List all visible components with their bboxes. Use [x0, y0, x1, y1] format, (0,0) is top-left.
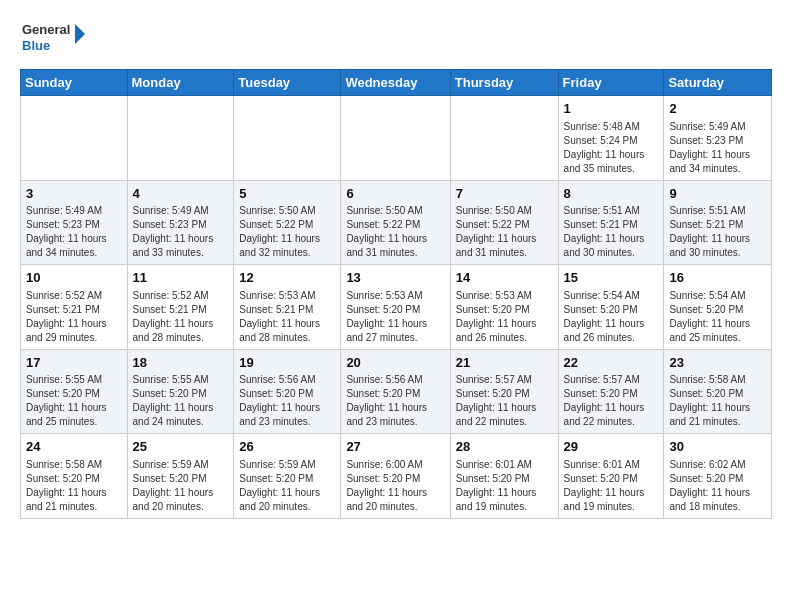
day-info: Sunrise: 5:53 AM Sunset: 5:20 PM Dayligh…: [456, 289, 553, 345]
weekday-header-tuesday: Tuesday: [234, 70, 341, 96]
day-info: Sunrise: 5:54 AM Sunset: 5:20 PM Dayligh…: [564, 289, 659, 345]
day-number: 22: [564, 354, 659, 372]
calendar-cell: 19Sunrise: 5:56 AM Sunset: 5:20 PM Dayli…: [234, 349, 341, 434]
calendar-cell: 2Sunrise: 5:49 AM Sunset: 5:23 PM Daylig…: [664, 96, 772, 181]
calendar-cell: 22Sunrise: 5:57 AM Sunset: 5:20 PM Dayli…: [558, 349, 664, 434]
calendar-cell: 30Sunrise: 6:02 AM Sunset: 5:20 PM Dayli…: [664, 434, 772, 519]
calendar-cell: 17Sunrise: 5:55 AM Sunset: 5:20 PM Dayli…: [21, 349, 128, 434]
calendar-cell: 11Sunrise: 5:52 AM Sunset: 5:21 PM Dayli…: [127, 265, 234, 350]
day-info: Sunrise: 5:49 AM Sunset: 5:23 PM Dayligh…: [26, 204, 122, 260]
day-info: Sunrise: 5:50 AM Sunset: 5:22 PM Dayligh…: [456, 204, 553, 260]
calendar-cell: [21, 96, 128, 181]
day-info: Sunrise: 5:53 AM Sunset: 5:20 PM Dayligh…: [346, 289, 444, 345]
calendar-cell: 4Sunrise: 5:49 AM Sunset: 5:23 PM Daylig…: [127, 180, 234, 265]
calendar-cell: 24Sunrise: 5:58 AM Sunset: 5:20 PM Dayli…: [21, 434, 128, 519]
calendar-cell: 29Sunrise: 6:01 AM Sunset: 5:20 PM Dayli…: [558, 434, 664, 519]
day-info: Sunrise: 5:50 AM Sunset: 5:22 PM Dayligh…: [239, 204, 335, 260]
weekday-header-row: SundayMondayTuesdayWednesdayThursdayFrid…: [21, 70, 772, 96]
day-number: 5: [239, 185, 335, 203]
day-info: Sunrise: 5:50 AM Sunset: 5:22 PM Dayligh…: [346, 204, 444, 260]
svg-text:General: General: [22, 22, 70, 37]
calendar-cell: 6Sunrise: 5:50 AM Sunset: 5:22 PM Daylig…: [341, 180, 450, 265]
calendar-week-1: 1Sunrise: 5:48 AM Sunset: 5:24 PM Daylig…: [21, 96, 772, 181]
svg-marker-2: [75, 24, 85, 44]
calendar-page: General Blue SundayMondayTuesdayWednesda…: [0, 0, 792, 535]
day-number: 26: [239, 438, 335, 456]
calendar-cell: 25Sunrise: 5:59 AM Sunset: 5:20 PM Dayli…: [127, 434, 234, 519]
calendar-cell: 15Sunrise: 5:54 AM Sunset: 5:20 PM Dayli…: [558, 265, 664, 350]
day-info: Sunrise: 6:01 AM Sunset: 5:20 PM Dayligh…: [564, 458, 659, 514]
calendar-cell: 12Sunrise: 5:53 AM Sunset: 5:21 PM Dayli…: [234, 265, 341, 350]
calendar-cell: 1Sunrise: 5:48 AM Sunset: 5:24 PM Daylig…: [558, 96, 664, 181]
calendar-cell: 9Sunrise: 5:51 AM Sunset: 5:21 PM Daylig…: [664, 180, 772, 265]
svg-text:Blue: Blue: [22, 38, 50, 53]
weekday-header-wednesday: Wednesday: [341, 70, 450, 96]
calendar-cell: 21Sunrise: 5:57 AM Sunset: 5:20 PM Dayli…: [450, 349, 558, 434]
calendar-week-3: 10Sunrise: 5:52 AM Sunset: 5:21 PM Dayli…: [21, 265, 772, 350]
day-info: Sunrise: 5:55 AM Sunset: 5:20 PM Dayligh…: [133, 373, 229, 429]
weekday-header-saturday: Saturday: [664, 70, 772, 96]
day-info: Sunrise: 5:59 AM Sunset: 5:20 PM Dayligh…: [239, 458, 335, 514]
day-info: Sunrise: 5:53 AM Sunset: 5:21 PM Dayligh…: [239, 289, 335, 345]
day-number: 18: [133, 354, 229, 372]
day-number: 10: [26, 269, 122, 287]
calendar-cell: 23Sunrise: 5:58 AM Sunset: 5:20 PM Dayli…: [664, 349, 772, 434]
calendar-cell: 28Sunrise: 6:01 AM Sunset: 5:20 PM Dayli…: [450, 434, 558, 519]
calendar-cell: [450, 96, 558, 181]
day-info: Sunrise: 6:02 AM Sunset: 5:20 PM Dayligh…: [669, 458, 766, 514]
day-number: 1: [564, 100, 659, 118]
calendar-cell: [234, 96, 341, 181]
day-info: Sunrise: 5:51 AM Sunset: 5:21 PM Dayligh…: [669, 204, 766, 260]
calendar-week-5: 24Sunrise: 5:58 AM Sunset: 5:20 PM Dayli…: [21, 434, 772, 519]
day-info: Sunrise: 5:49 AM Sunset: 5:23 PM Dayligh…: [133, 204, 229, 260]
calendar-cell: 14Sunrise: 5:53 AM Sunset: 5:20 PM Dayli…: [450, 265, 558, 350]
day-info: Sunrise: 5:59 AM Sunset: 5:20 PM Dayligh…: [133, 458, 229, 514]
day-info: Sunrise: 5:56 AM Sunset: 5:20 PM Dayligh…: [346, 373, 444, 429]
day-info: Sunrise: 6:01 AM Sunset: 5:20 PM Dayligh…: [456, 458, 553, 514]
generalblue-logo: General Blue: [20, 16, 90, 61]
day-info: Sunrise: 5:52 AM Sunset: 5:21 PM Dayligh…: [133, 289, 229, 345]
day-number: 25: [133, 438, 229, 456]
calendar-cell: 8Sunrise: 5:51 AM Sunset: 5:21 PM Daylig…: [558, 180, 664, 265]
calendar-cell: 10Sunrise: 5:52 AM Sunset: 5:21 PM Dayli…: [21, 265, 128, 350]
day-info: Sunrise: 5:49 AM Sunset: 5:23 PM Dayligh…: [669, 120, 766, 176]
day-info: Sunrise: 5:58 AM Sunset: 5:20 PM Dayligh…: [669, 373, 766, 429]
day-number: 2: [669, 100, 766, 118]
day-number: 8: [564, 185, 659, 203]
day-number: 14: [456, 269, 553, 287]
calendar-cell: [341, 96, 450, 181]
calendar-cell: 3Sunrise: 5:49 AM Sunset: 5:23 PM Daylig…: [21, 180, 128, 265]
day-number: 17: [26, 354, 122, 372]
weekday-header-monday: Monday: [127, 70, 234, 96]
day-number: 15: [564, 269, 659, 287]
day-info: Sunrise: 5:48 AM Sunset: 5:24 PM Dayligh…: [564, 120, 659, 176]
day-number: 3: [26, 185, 122, 203]
calendar-cell: 13Sunrise: 5:53 AM Sunset: 5:20 PM Dayli…: [341, 265, 450, 350]
calendar-cell: 26Sunrise: 5:59 AM Sunset: 5:20 PM Dayli…: [234, 434, 341, 519]
day-number: 27: [346, 438, 444, 456]
day-number: 21: [456, 354, 553, 372]
day-number: 29: [564, 438, 659, 456]
logo: General Blue: [20, 16, 90, 61]
day-number: 12: [239, 269, 335, 287]
day-number: 16: [669, 269, 766, 287]
day-number: 6: [346, 185, 444, 203]
calendar-cell: 18Sunrise: 5:55 AM Sunset: 5:20 PM Dayli…: [127, 349, 234, 434]
day-number: 23: [669, 354, 766, 372]
weekday-header-sunday: Sunday: [21, 70, 128, 96]
day-number: 13: [346, 269, 444, 287]
day-number: 9: [669, 185, 766, 203]
day-info: Sunrise: 5:54 AM Sunset: 5:20 PM Dayligh…: [669, 289, 766, 345]
weekday-header-friday: Friday: [558, 70, 664, 96]
day-number: 7: [456, 185, 553, 203]
day-info: Sunrise: 5:55 AM Sunset: 5:20 PM Dayligh…: [26, 373, 122, 429]
day-info: Sunrise: 5:58 AM Sunset: 5:20 PM Dayligh…: [26, 458, 122, 514]
calendar-week-4: 17Sunrise: 5:55 AM Sunset: 5:20 PM Dayli…: [21, 349, 772, 434]
calendar-cell: 16Sunrise: 5:54 AM Sunset: 5:20 PM Dayli…: [664, 265, 772, 350]
day-info: Sunrise: 5:52 AM Sunset: 5:21 PM Dayligh…: [26, 289, 122, 345]
calendar-table: SundayMondayTuesdayWednesdayThursdayFrid…: [20, 69, 772, 519]
calendar-cell: 27Sunrise: 6:00 AM Sunset: 5:20 PM Dayli…: [341, 434, 450, 519]
calendar-cell: 7Sunrise: 5:50 AM Sunset: 5:22 PM Daylig…: [450, 180, 558, 265]
day-info: Sunrise: 5:57 AM Sunset: 5:20 PM Dayligh…: [456, 373, 553, 429]
calendar-cell: 20Sunrise: 5:56 AM Sunset: 5:20 PM Dayli…: [341, 349, 450, 434]
